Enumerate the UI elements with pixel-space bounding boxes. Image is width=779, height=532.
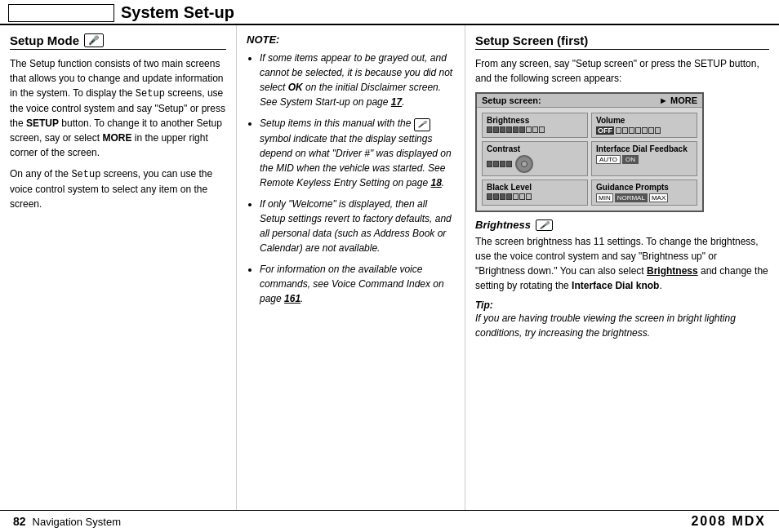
brightness-section: Brightness 🎤 The screen brightness has 1… [475,219,769,340]
col-middle: NOTE: If some items appear to be grayed … [237,25,465,510]
setup-screen-more: ► MORE [659,95,697,105]
page-wrapper: System Set-up Setup Mode 🎤 The Setup fun… [0,0,779,532]
setup-screen-titlebar: Setup screen: ► MORE [477,94,702,108]
setup-screen-label: Setup screen: [482,95,541,105]
setup-screen-image: Setup screen: ► MORE Brightness [475,92,704,212]
top-header: System Set-up [0,0,779,25]
tip-heading: Tip: [475,299,769,311]
page-number: 82 [13,515,26,528]
setup-screen-heading: Setup Screen (first) [475,33,769,50]
screen-cell-interface-feedback: Interface Dial Feedback AUTO ON [591,141,697,176]
page-title: System Set-up [121,3,234,22]
brightness-heading: Brightness 🎤 [475,219,769,231]
note-item-2: Setup items in this manual with the 🎤 sy… [260,116,455,190]
screen-cell-guidance-prompts: Guidance Prompts MIN NORMAL MAX [591,180,697,206]
mic-icon-setup: 🎤 [84,33,104,47]
note-heading: NOTE: [247,33,455,46]
col-left: Setup Mode 🎤 The Setup function consists… [0,25,237,510]
note-list: If some items appear to be grayed out, a… [247,51,455,306]
setup-mode-para1: The Setup function consists of two main … [10,56,226,160]
interface-dial [515,155,533,173]
setup-mode-para2: On any of the Setup screens, you can use… [10,166,226,211]
tip-text: If you are having trouble viewing the sc… [475,311,769,340]
footer-brand: 2008 MDX [691,514,766,529]
note-item-1: If some items appear to be grayed out, a… [260,51,455,109]
main-content: Setup Mode 🎤 The Setup function consists… [0,25,779,510]
screen-cell-black-level: Black Level [482,180,588,206]
page-footer: 82 Navigation System 2008 MDX [0,510,779,532]
mic-icon-note: 🎤 [414,118,430,131]
note-item-4: For information on the available voice c… [260,262,455,306]
mic-icon-brightness: 🎤 [536,219,553,231]
header-box [8,4,114,22]
setup-screen-grid: Brightness [477,108,702,211]
screen-cell-brightness: Brightness [482,113,588,138]
screen-cell-contrast: Contrast [482,141,588,176]
footer-nav-system: Navigation System [33,516,121,528]
footer-left: 82 Navigation System [13,515,121,528]
screen-cell-volume: Volume OFF [591,113,697,138]
brightness-text: The screen brightness has 11 settings. T… [475,234,769,293]
note-item-3: If only "Welcome" is displayed, then all… [260,197,455,255]
setup-screen-intro: From any screen, say "Setup screen" or p… [475,56,769,86]
col-right: Setup Screen (first) From any screen, sa… [465,25,779,510]
setup-mode-heading: Setup Mode 🎤 [10,33,226,50]
